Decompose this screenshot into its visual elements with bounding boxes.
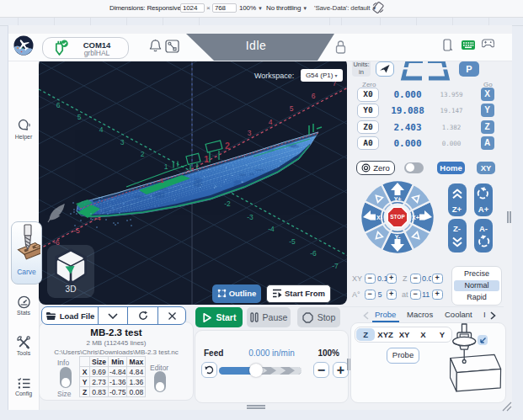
tabs-scroll-right-icon[interactable] — [490, 311, 496, 320]
workspace-select[interactable]: G54 (P1) ▾ — [301, 69, 343, 82]
info-size-toggle[interactable] — [60, 367, 72, 388]
bottom-drag-handle[interactable] — [247, 407, 265, 409]
lock-icon[interactable] — [334, 39, 347, 56]
jog-a-minus-button[interactable]: A- — [474, 219, 493, 253]
close-file-button[interactable] — [158, 307, 185, 324]
z-step-minus[interactable]: − — [410, 274, 421, 284]
probe-axis-xy[interactable]: XY — [395, 328, 414, 341]
probe-axis-z[interactable]: Z — [356, 328, 375, 341]
load-file-button[interactable]: Load File — [42, 307, 99, 324]
svg-text:4: 4 — [269, 118, 273, 126]
svg-text:2: 2 — [141, 150, 145, 158]
go-z-button[interactable]: Z — [481, 120, 494, 134]
go-a-button[interactable]: A — [481, 136, 494, 150]
bottom-drag-handle[interactable] — [247, 405, 265, 407]
devtools-savedata-select[interactable]: 'Save-Data': default ▼ — [314, 4, 376, 12]
window-resize-grip[interactable] — [502, 401, 512, 412]
start-job-button[interactable]: Start — [195, 307, 243, 327]
panel-divider-handle[interactable] — [347, 359, 349, 370]
sidebar-item-helper[interactable]: Helper — [8, 118, 39, 140]
preset-precise[interactable]: Precise — [454, 268, 499, 279]
home-button[interactable]: Home — [437, 162, 465, 175]
devtools-zoom-select[interactable]: 100% ▼ — [239, 4, 263, 12]
a-step-plus[interactable]: + — [387, 290, 398, 300]
phone-icon[interactable] — [443, 39, 452, 51]
zero-y-button[interactable]: Y0 — [357, 104, 379, 118]
feed-minus-button[interactable]: − — [313, 362, 329, 378]
load-file-dropdown-button[interactable] — [99, 307, 128, 324]
probe-axis-xyz[interactable]: XYZ — [376, 328, 394, 341]
right-panel-resize-handle[interactable] — [507, 211, 509, 223]
keyboard-icon[interactable] — [462, 40, 475, 50]
rotate-viewport-icon[interactable] — [372, 2, 384, 13]
sidebar-item-config[interactable]: Config — [8, 377, 39, 396]
pause-job-button[interactable]: Pause — [247, 307, 291, 327]
svg-text:5: 5 — [77, 113, 82, 121]
app-viewport: COM14 grblHAL Idle — [8, 25, 512, 410]
feed-slider-thumb[interactable] — [249, 364, 263, 377]
sidebar-item-carve[interactable]: Carve — [11, 221, 42, 284]
zero-z-button[interactable]: Z0 — [357, 120, 379, 135]
tab-probe[interactable]: Probe — [375, 310, 396, 319]
tab-macros[interactable]: Macros — [407, 310, 433, 319]
feed-reset-button[interactable] — [201, 362, 217, 378]
outline-button[interactable]: Outline — [212, 284, 261, 303]
play-icon — [202, 312, 212, 323]
tabs-scroll-left-icon[interactable] — [363, 311, 369, 320]
chevrons-down-icon — [451, 237, 463, 247]
visualizer[interactable]: 654321-2-3-4-5-6-734567-3-4-5-6 12-1 Wor… — [39, 58, 347, 305]
devtools-dimensions-select[interactable]: Dimensions: Responsive ▼ — [109, 4, 188, 12]
a-step-minus[interactable]: − — [365, 290, 376, 300]
jog-z-plus-button[interactable]: Z+ — [448, 183, 467, 217]
xy-step-minus[interactable]: − — [365, 274, 376, 284]
start-from-button[interactable]: Start From — [266, 284, 331, 303]
devtools-height-input[interactable]: 768 — [212, 3, 237, 13]
xy-step-plus[interactable]: + — [387, 274, 398, 284]
dro-toggle[interactable] — [404, 162, 424, 173]
probe-corner-toggle[interactable] — [478, 335, 488, 345]
preset-normal[interactable]: Normal — [454, 280, 499, 291]
devtools-throttling-select[interactable]: No throttling ▼ — [266, 4, 307, 12]
sidebar-item-stats[interactable]: Stats — [8, 295, 39, 316]
size-label: Size — [57, 390, 72, 398]
zero-a-button[interactable]: A0 — [357, 136, 379, 151]
jog-z-minus-button[interactable]: Z- — [448, 219, 467, 253]
connection-widget[interactable]: COM14 grblHAL — [42, 37, 129, 59]
info-label: Info — [57, 359, 69, 367]
workspace-label: Workspace: — [254, 72, 294, 80]
reload-file-button[interactable] — [128, 307, 158, 324]
zero-all-button[interactable]: Zero — [356, 161, 395, 175]
goto-button[interactable] — [376, 61, 394, 77]
stop-job-button[interactable]: Stop — [297, 307, 340, 327]
gamepad-icon[interactable] — [482, 39, 494, 48]
svg-text:-4: -4 — [268, 225, 275, 233]
x-work-position: 0.000 — [384, 89, 431, 100]
probe-button[interactable]: Probe — [387, 348, 419, 364]
app-logo-globe[interactable] — [13, 35, 34, 56]
paper-plane-icon — [377, 62, 393, 75]
z-step-plus[interactable]: + — [432, 274, 443, 284]
view-cube-widget[interactable]: 3D — [47, 245, 94, 298]
feed-step-minus[interactable]: − — [410, 290, 421, 300]
editor-toggle[interactable] — [154, 371, 166, 392]
bell-icon[interactable] — [149, 39, 162, 53]
tab-coolant[interactable]: Coolant — [445, 310, 472, 319]
probe-axis-x[interactable]: X — [414, 328, 432, 341]
right-panel-resize-handle[interactable] — [510, 211, 511, 223]
sidebar-item-tools[interactable]: Tools — [8, 336, 39, 356]
feed-step-value: 11 — [422, 290, 431, 299]
zero-xy-button[interactable]: XY — [477, 162, 495, 175]
feed-step-plus[interactable]: + — [432, 290, 443, 300]
jog-label-y-plus: Y+ — [394, 196, 402, 202]
go-x-button[interactable]: X — [481, 88, 494, 101]
svg-text:-6: -6 — [310, 249, 317, 258]
devtools-width-input[interactable]: 1024 — [180, 3, 205, 13]
zero-x-button[interactable]: X0 — [357, 88, 379, 102]
jog-a-plus-button[interactable]: A+ — [474, 183, 493, 217]
console-icon[interactable] — [165, 40, 179, 53]
go-y-button[interactable]: Y — [481, 104, 494, 117]
preset-rapid[interactable]: Rapid — [454, 292, 499, 303]
probe-axis-y[interactable]: Y — [433, 328, 451, 341]
park-button[interactable]: P — [459, 61, 479, 77]
tab-clipped[interactable]: I — [483, 310, 486, 319]
